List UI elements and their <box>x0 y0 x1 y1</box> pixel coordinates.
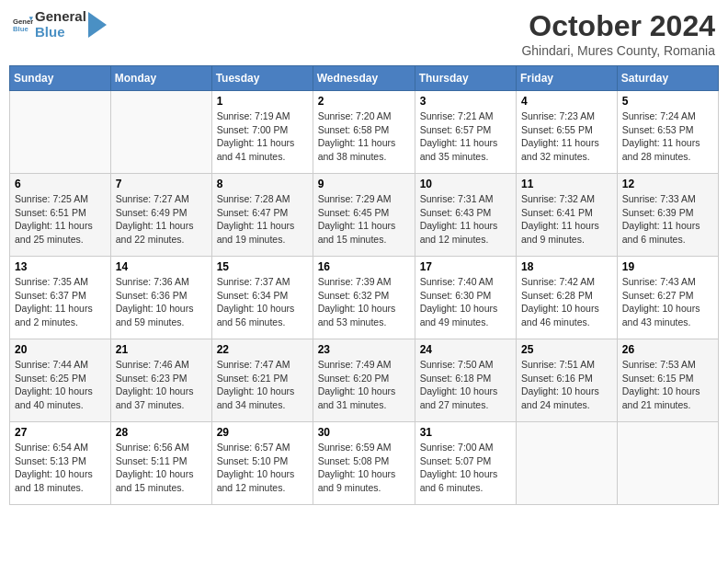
day-info: Sunrise: 6:59 AM Sunset: 5:08 PM Dayligh… <box>318 442 396 493</box>
day-number: 22 <box>217 343 308 356</box>
weekday-header-row: SundayMondayTuesdayWednesdayThursdayFrid… <box>10 66 719 91</box>
weekday-header-saturday: Saturday <box>617 66 718 91</box>
calendar-cell <box>110 91 211 174</box>
logo-icon: General Blue <box>13 15 33 35</box>
weekday-header-sunday: Sunday <box>10 66 111 91</box>
calendar-week-row: 6 Sunrise: 7:25 AM Sunset: 6:51 PM Dayli… <box>10 174 719 257</box>
calendar-week-row: 1 Sunrise: 7:19 AM Sunset: 7:00 PM Dayli… <box>10 91 719 174</box>
weekday-header-friday: Friday <box>517 66 618 91</box>
calendar-cell: 4 Sunrise: 7:23 AM Sunset: 6:55 PM Dayli… <box>517 91 618 174</box>
day-number: 26 <box>622 343 713 356</box>
weekday-header-thursday: Thursday <box>415 66 516 91</box>
day-number: 30 <box>318 426 410 439</box>
calendar-cell: 13 Sunrise: 7:35 AM Sunset: 6:37 PM Dayl… <box>10 257 111 339</box>
day-number: 28 <box>116 426 207 439</box>
calendar-cell: 9 Sunrise: 7:29 AM Sunset: 6:45 PM Dayli… <box>313 174 415 257</box>
calendar-cell: 8 Sunrise: 7:28 AM Sunset: 6:47 PM Dayli… <box>211 174 313 257</box>
day-info: Sunrise: 6:57 AM Sunset: 5:10 PM Dayligh… <box>217 442 295 493</box>
month-year-title: October 2024 <box>521 9 715 43</box>
day-info: Sunrise: 7:33 AM Sunset: 6:39 PM Dayligh… <box>622 193 700 245</box>
logo: General Blue General Blue <box>13 9 107 40</box>
day-number: 8 <box>217 178 308 190</box>
calendar-cell <box>10 91 111 174</box>
calendar-cell <box>517 422 618 505</box>
calendar-cell: 24 Sunrise: 7:50 AM Sunset: 6:18 PM Dayl… <box>415 339 516 422</box>
calendar-cell: 28 Sunrise: 6:56 AM Sunset: 5:11 PM Dayl… <box>110 422 211 505</box>
day-number: 25 <box>521 343 612 356</box>
calendar-table: SundayMondayTuesdayWednesdayThursdayFrid… <box>9 65 719 505</box>
weekday-header-tuesday: Tuesday <box>211 66 313 91</box>
calendar-week-row: 13 Sunrise: 7:35 AM Sunset: 6:37 PM Dayl… <box>10 257 719 339</box>
day-info: Sunrise: 7:51 AM Sunset: 6:16 PM Dayligh… <box>521 359 599 410</box>
day-number: 20 <box>15 343 106 356</box>
day-info: Sunrise: 7:27 AM Sunset: 6:49 PM Dayligh… <box>116 193 194 245</box>
calendar-cell: 11 Sunrise: 7:32 AM Sunset: 6:41 PM Dayl… <box>517 174 618 257</box>
day-number: 13 <box>15 260 106 273</box>
day-number: 9 <box>318 178 410 190</box>
day-number: 24 <box>420 343 511 356</box>
day-info: Sunrise: 7:47 AM Sunset: 6:21 PM Dayligh… <box>217 359 295 410</box>
day-info: Sunrise: 7:42 AM Sunset: 6:28 PM Dayligh… <box>521 276 599 327</box>
calendar-cell: 29 Sunrise: 6:57 AM Sunset: 5:10 PM Dayl… <box>211 422 313 505</box>
day-number: 6 <box>15 178 106 190</box>
calendar-cell: 30 Sunrise: 6:59 AM Sunset: 5:08 PM Dayl… <box>313 422 415 505</box>
day-info: Sunrise: 7:40 AM Sunset: 6:30 PM Dayligh… <box>420 276 498 327</box>
calendar-cell: 16 Sunrise: 7:39 AM Sunset: 6:32 PM Dayl… <box>313 257 415 339</box>
calendar-cell: 20 Sunrise: 7:44 AM Sunset: 6:25 PM Dayl… <box>10 339 111 422</box>
day-number: 19 <box>622 260 713 273</box>
day-number: 11 <box>521 178 612 190</box>
day-number: 14 <box>116 260 207 273</box>
svg-text:Blue: Blue <box>13 24 28 32</box>
calendar-cell: 19 Sunrise: 7:43 AM Sunset: 6:27 PM Dayl… <box>617 257 718 339</box>
calendar-cell: 22 Sunrise: 7:47 AM Sunset: 6:21 PM Dayl… <box>211 339 313 422</box>
calendar-cell: 21 Sunrise: 7:46 AM Sunset: 6:23 PM Dayl… <box>110 339 211 422</box>
calendar-week-row: 27 Sunrise: 6:54 AM Sunset: 5:13 PM Dayl… <box>10 422 719 505</box>
calendar-cell: 5 Sunrise: 7:24 AM Sunset: 6:53 PM Dayli… <box>617 91 718 174</box>
logo-general-text: General <box>35 9 86 25</box>
calendar-week-row: 20 Sunrise: 7:44 AM Sunset: 6:25 PM Dayl… <box>10 339 719 422</box>
calendar-cell <box>617 422 718 505</box>
calendar-cell: 14 Sunrise: 7:36 AM Sunset: 6:36 PM Dayl… <box>110 257 211 339</box>
day-info: Sunrise: 7:21 AM Sunset: 6:57 PM Dayligh… <box>420 110 498 162</box>
day-number: 15 <box>217 260 308 273</box>
day-info: Sunrise: 7:19 AM Sunset: 7:00 PM Dayligh… <box>217 110 295 162</box>
day-info: Sunrise: 7:31 AM Sunset: 6:43 PM Dayligh… <box>420 193 498 245</box>
calendar-cell: 31 Sunrise: 7:00 AM Sunset: 5:07 PM Dayl… <box>415 422 516 505</box>
day-number: 16 <box>318 260 410 273</box>
day-info: Sunrise: 7:24 AM Sunset: 6:53 PM Dayligh… <box>622 110 700 162</box>
weekday-header-monday: Monday <box>110 66 211 91</box>
title-block: October 2024 Ghindari, Mures County, Rom… <box>521 9 715 58</box>
calendar-cell: 1 Sunrise: 7:19 AM Sunset: 7:00 PM Dayli… <box>211 91 313 174</box>
day-number: 27 <box>15 426 106 439</box>
day-number: 17 <box>420 260 511 273</box>
calendar-cell: 12 Sunrise: 7:33 AM Sunset: 6:39 PM Dayl… <box>617 174 718 257</box>
day-number: 31 <box>420 426 511 439</box>
calendar-cell: 7 Sunrise: 7:27 AM Sunset: 6:49 PM Dayli… <box>110 174 211 257</box>
day-info: Sunrise: 7:49 AM Sunset: 6:20 PM Dayligh… <box>318 359 396 410</box>
day-info: Sunrise: 7:36 AM Sunset: 6:36 PM Dayligh… <box>116 276 194 327</box>
day-number: 12 <box>622 178 713 190</box>
day-info: Sunrise: 7:50 AM Sunset: 6:18 PM Dayligh… <box>420 359 498 410</box>
day-info: Sunrise: 7:43 AM Sunset: 6:27 PM Dayligh… <box>622 276 700 327</box>
day-number: 2 <box>318 95 410 108</box>
logo-chevron-icon <box>88 12 107 38</box>
svg-marker-3 <box>88 12 107 38</box>
day-number: 3 <box>420 95 511 108</box>
day-number: 4 <box>521 95 612 108</box>
day-info: Sunrise: 7:32 AM Sunset: 6:41 PM Dayligh… <box>521 193 599 245</box>
day-number: 23 <box>318 343 410 356</box>
day-info: Sunrise: 7:00 AM Sunset: 5:07 PM Dayligh… <box>420 442 498 493</box>
day-info: Sunrise: 7:37 AM Sunset: 6:34 PM Dayligh… <box>217 276 295 327</box>
day-number: 29 <box>217 426 308 439</box>
weekday-header-wednesday: Wednesday <box>313 66 415 91</box>
page-header: General Blue General Blue October 2024 G… <box>9 9 719 58</box>
day-info: Sunrise: 7:29 AM Sunset: 6:45 PM Dayligh… <box>318 193 396 245</box>
day-info: Sunrise: 7:25 AM Sunset: 6:51 PM Dayligh… <box>15 193 93 245</box>
day-number: 1 <box>217 95 308 108</box>
calendar-cell: 23 Sunrise: 7:49 AM Sunset: 6:20 PM Dayl… <box>313 339 415 422</box>
day-number: 10 <box>420 178 511 190</box>
calendar-cell: 2 Sunrise: 7:20 AM Sunset: 6:58 PM Dayli… <box>313 91 415 174</box>
day-number: 21 <box>116 343 207 356</box>
day-info: Sunrise: 7:35 AM Sunset: 6:37 PM Dayligh… <box>15 276 93 327</box>
calendar-cell: 3 Sunrise: 7:21 AM Sunset: 6:57 PM Dayli… <box>415 91 516 174</box>
